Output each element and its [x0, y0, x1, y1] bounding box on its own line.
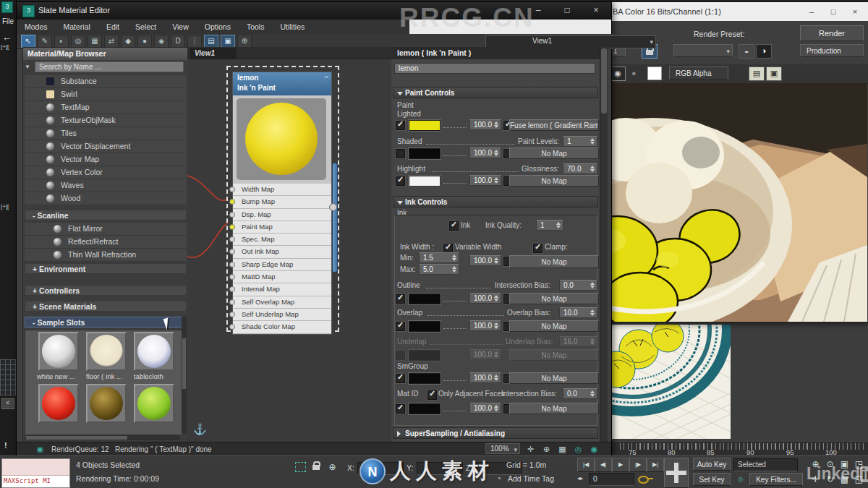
underlap-bias-spinner[interactable]: 16.0 [559, 336, 597, 347]
min-spinner[interactable]: 1.5 [419, 252, 459, 263]
menu-view[interactable]: View [164, 20, 197, 34]
map-item-thin-wall-refraction[interactable]: Thin Wall Refraction [25, 249, 187, 262]
lighted-map-button[interactable]: Fuse lemon ( Gradient Ramp [509, 119, 599, 131]
production-select[interactable]: Production [800, 44, 864, 57]
clamp-checkbox[interactable] [533, 244, 542, 253]
matid-bias-spinner[interactable]: 0.0 [563, 388, 597, 399]
highlight-color-swatch[interactable] [409, 176, 441, 187]
node-preview[interactable] [233, 95, 331, 184]
slot-width-map[interactable]: Width Map [233, 184, 331, 196]
material-map-browser-toggle-icon[interactable]: ▤ [204, 35, 218, 48]
matid-map-button[interactable]: No Map [509, 403, 599, 414]
outline-color-swatch[interactable] [409, 294, 441, 304]
group-controllers[interactable]: + Controllers [25, 285, 187, 296]
overlap-amount-spinner[interactable]: 100.0 [469, 320, 501, 331]
pick-material-icon[interactable]: ✎ [38, 35, 52, 48]
clear-color-swatch[interactable] [647, 67, 662, 80]
shaded-map-button[interactable]: No Map [509, 147, 599, 159]
menu-options[interactable]: Options [197, 20, 239, 34]
highlight-amount-spinner[interactable]: 100.0 [469, 175, 501, 186]
save-image-icon[interactable]: ▤ [749, 67, 765, 81]
shaded-checkbox[interactable] [396, 149, 405, 158]
move-children-icon[interactable]: ⇄ [104, 35, 119, 48]
zoom-extents-selected-icon[interactable]: ◉ [588, 443, 600, 455]
menu-edit[interactable]: Edit [98, 20, 127, 34]
map-item-vector-map[interactable]: Vector Map [25, 153, 187, 166]
sample-slot-olive[interactable] [86, 384, 127, 423]
current-frame-field[interactable]: 0 [589, 473, 634, 486]
menu-utilities[interactable]: Utilities [272, 20, 312, 34]
rollout-supersampling[interactable]: SuperSampling / Antialiasing [393, 427, 598, 439]
collapse-button[interactable]: < [1, 398, 14, 409]
key-filters-button[interactable]: Key Filters... [749, 473, 803, 486]
slot-spec-map[interactable]: Spec. Map [233, 234, 331, 246]
browser-header[interactable]: Material/Map Browser [23, 48, 188, 60]
max-spinner[interactable]: 5.0 [419, 264, 459, 275]
sample-slot-red[interactable] [38, 384, 79, 423]
render-button[interactable]: Render [800, 25, 864, 41]
map-item-substance[interactable]: Substance [25, 75, 187, 88]
save-preset-icon[interactable]: ◒ [739, 44, 754, 59]
render-window-titlebar[interactable]: BA Color 16 Bits/Channel (1:1) – □ × [607, 2, 868, 21]
zoom-tool-icon[interactable]: ⊕ [540, 443, 553, 455]
map-item-wood[interactable]: Wood [25, 192, 187, 205]
pan-tool-icon[interactable]: ✛ [524, 443, 537, 455]
only-adjacent-checkbox[interactable] [427, 390, 437, 400]
width-amount-spinner[interactable]: 100.0 [469, 255, 501, 266]
maximize-icon[interactable]: □ [556, 4, 578, 17]
parameter-scrollbar[interactable] [600, 47, 608, 442]
zoom-region-icon[interactable]: ▦ [556, 443, 569, 455]
highlight-checkbox[interactable] [396, 176, 405, 186]
overlap-color-swatch[interactable] [409, 321, 441, 332]
width-map-button[interactable]: No Map [509, 255, 599, 268]
slot-dsp-map[interactable]: Dsp. Map [233, 209, 331, 221]
socket-icon[interactable] [229, 274, 235, 280]
browser-horizontal-scrollbar[interactable] [25, 435, 180, 440]
zoom-level-dropdown[interactable]: 100% ▾ [485, 443, 520, 454]
rollout-ink-controls[interactable]: Ink Controls [393, 196, 598, 207]
slot-shade-color-map[interactable]: Shade Color Map [233, 321, 331, 333]
ink-checkbox[interactable] [449, 221, 459, 231]
search-input[interactable]: Search by Name ... [35, 61, 184, 72]
node-output-socket[interactable] [329, 203, 337, 211]
menu-select[interactable]: Select [127, 20, 164, 34]
socket-icon[interactable] [229, 262, 235, 267]
previous-frame-button[interactable]: ◀| [595, 458, 612, 472]
select-by-material-icon[interactable]: ⊕ [237, 35, 252, 48]
node-header[interactable]: lemon Ink 'n Paint – [233, 72, 331, 95]
lighted-amount-spinner[interactable]: 100.0 [469, 119, 501, 130]
minimize-icon[interactable]: – [801, 2, 822, 21]
slot-self-underlap-map[interactable]: Self Underlap Map [233, 309, 331, 321]
clone-image-icon[interactable]: ▣ [766, 67, 782, 81]
overlap-bias-spinner[interactable]: 10.0 [559, 307, 597, 318]
lighted-checkbox[interactable] [396, 121, 405, 130]
absolute-mode-icon[interactable]: ⊕ [326, 461, 339, 474]
add-time-tag[interactable]: Add Time Tag [508, 474, 554, 483]
slot-internal-map[interactable]: Internal Map [233, 283, 331, 296]
map-item-textureobjmask[interactable]: TextureObjMask [25, 114, 187, 127]
shaded-amount-spinner[interactable]: 100.0 [469, 147, 501, 158]
node-view[interactable]: View1 lemon Ink 'n Paint – Width Map Bu [187, 47, 391, 442]
selection-region-icon[interactable] [295, 462, 306, 472]
close-icon[interactable]: × [844, 2, 866, 21]
outline-amount-spinner[interactable]: 100.0 [469, 293, 501, 304]
material-node-lemon[interactable]: lemon Ink 'n Paint – Width Map Bump Map … [232, 72, 332, 335]
map-item-vector-displacement[interactable]: Vector Displacement [25, 140, 187, 153]
ink-quality-spinner[interactable]: 1 [536, 220, 563, 231]
show-shaded-icon[interactable]: ● [137, 35, 152, 48]
file-menu[interactable]: File [2, 17, 14, 25]
play-button[interactable]: ▶ [612, 458, 629, 472]
underlap-map-button[interactable]: No Map [509, 349, 599, 361]
select-tool-icon[interactable]: ↖ [21, 35, 35, 48]
sample-slot-tablecloth[interactable] [134, 332, 174, 371]
smgroup-checkbox[interactable] [396, 374, 405, 383]
menu-modes[interactable]: Modes [17, 20, 56, 34]
selection-lock-icon[interactable] [312, 465, 320, 470]
menu-tools[interactable]: Tools [239, 20, 273, 34]
underlap-checkbox[interactable] [396, 351, 405, 360]
socket-icon[interactable] [229, 286, 235, 292]
map-item-flat-mirror[interactable]: Flat Mirror [25, 223, 187, 236]
hide-unused-slots-icon[interactable]: ◆ [121, 35, 135, 48]
go-to-start-button[interactable]: |◀ [577, 458, 595, 472]
underlap-color-swatch[interactable] [409, 350, 441, 361]
